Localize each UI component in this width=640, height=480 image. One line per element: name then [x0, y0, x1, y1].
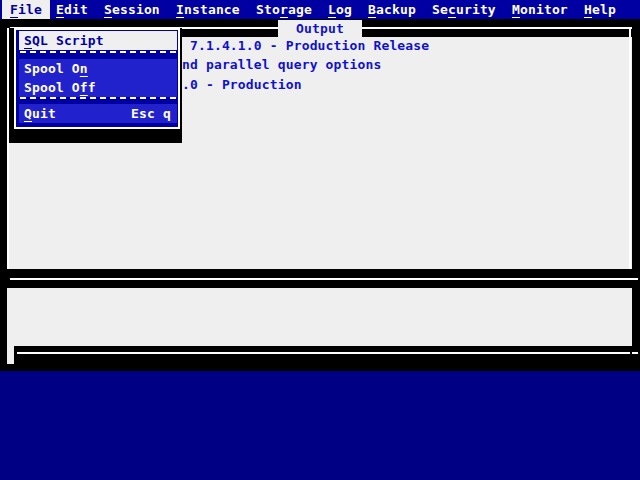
screen-left-margin	[0, 19, 7, 371]
input-window-body[interactable]	[7, 288, 632, 348]
file-menu-separator-1	[20, 51, 176, 53]
menubar-item-storage[interactable]: Storage	[256, 0, 312, 19]
screen: File Edit Session Instance Storage Log B…	[0, 0, 640, 480]
screen-background-footer	[0, 371, 640, 480]
output-window-bottom-border-line	[10, 278, 638, 280]
file-menu-separator-2	[20, 97, 176, 99]
output-window-title: Output	[278, 20, 362, 37]
menubar: File Edit Session Instance Storage Log B…	[0, 0, 640, 19]
menu-item-quit[interactable]: QuitEsc q	[19, 104, 177, 123]
output-window-right-border-line	[629, 28, 631, 280]
output-line-2: nd parallel query options	[182, 57, 381, 76]
menu-item-sql-script[interactable]: SQL Script	[19, 31, 177, 50]
output-line-3: .0 - Production	[182, 77, 302, 96]
menubar-item-instance[interactable]: Instance	[176, 0, 240, 19]
menubar-item-monitor[interactable]: Monitor	[512, 0, 568, 19]
menu-item-quit-shortcut: Esc q	[131, 104, 171, 123]
menubar-item-backup[interactable]: Backup	[368, 0, 416, 19]
input-window-bottom-border-line	[17, 352, 630, 354]
menubar-item-edit[interactable]: Edit	[56, 0, 88, 19]
menu-item-spool-off[interactable]: Spool Off	[19, 78, 177, 97]
menubar-item-session[interactable]: Session	[104, 0, 160, 19]
input-window-bottom-border-corner-dash	[632, 352, 638, 354]
menubar-item-log[interactable]: Log	[328, 0, 352, 19]
menu-item-spool-on[interactable]: Spool On	[19, 59, 177, 78]
menubar-item-help[interactable]: Help	[584, 0, 616, 19]
input-window-bottom-border	[14, 346, 640, 364]
bottom-black-strip	[0, 364, 640, 371]
screen-right-margin	[632, 19, 640, 371]
menubar-item-file[interactable]: File	[2, 0, 50, 19]
output-line-1: 7.1.4.1.0 - Production Release	[182, 38, 429, 57]
menubar-item-security[interactable]: Security	[432, 0, 496, 19]
